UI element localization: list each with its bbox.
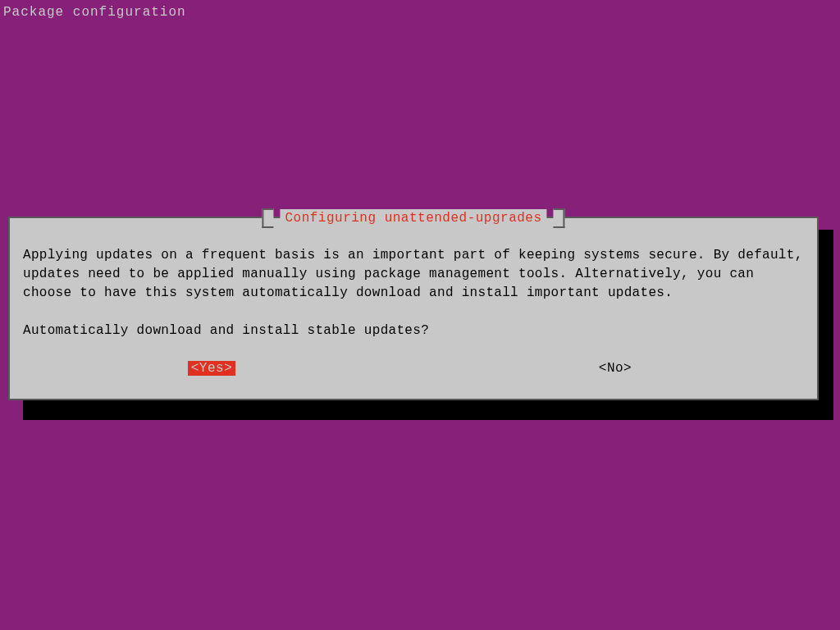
page-title: Package configuration [3, 3, 186, 21]
dialog-title-wrap: Configuring unattended-upgrades [262, 208, 564, 228]
dialog-box: Configuring unattended-upgrades Applying… [8, 217, 819, 400]
yes-button[interactable]: <Yes> [188, 361, 236, 376]
no-button[interactable]: <No> [596, 361, 635, 376]
no-button-col: <No> [413, 361, 817, 376]
dialog-title: Configuring unattended-upgrades [280, 209, 546, 227]
title-bracket-left [262, 208, 273, 228]
button-row: <Yes> <No> [10, 361, 817, 376]
dialog-question: Automatically download and install stabl… [23, 322, 804, 340]
title-bracket-right [554, 208, 565, 228]
dialog-content: Applying updates on a frequent basis is … [23, 246, 804, 358]
dialog-body-text: Applying updates on a frequent basis is … [23, 246, 804, 304]
yes-button-col: <Yes> [10, 361, 413, 376]
